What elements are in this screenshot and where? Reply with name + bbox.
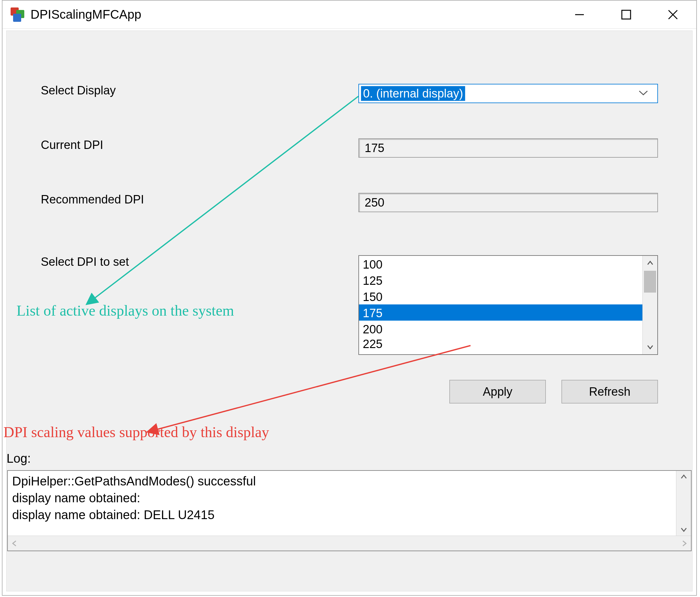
log-label: Log: xyxy=(6,452,31,465)
button-row: Apply Refresh xyxy=(449,380,658,404)
scroll-down-button[interactable] xyxy=(643,339,657,354)
chevron-down-icon xyxy=(639,90,648,97)
log-content[interactable]: DpiHelper::GetPathsAndModes() successful… xyxy=(8,471,676,535)
label-select-display: Select Display xyxy=(41,84,358,97)
chevron-up-icon xyxy=(680,473,688,481)
recommended-dpi-value: 250 xyxy=(365,196,384,209)
label-select-dpi-to-set: Select DPI to set xyxy=(41,255,358,269)
list-item[interactable]: 100 xyxy=(359,256,642,272)
chevron-down-icon xyxy=(646,343,654,351)
log-textbox[interactable]: DpiHelper::GetPathsAndModes() successful… xyxy=(7,470,692,551)
list-item[interactable]: 200 xyxy=(359,320,642,337)
list-item[interactable]: 225 xyxy=(359,337,642,349)
dpi-listbox[interactable]: 100 125 150 175 200 225 xyxy=(358,255,658,355)
minimize-icon xyxy=(573,8,586,21)
log-hscrollbar[interactable] xyxy=(8,535,691,551)
app-icon xyxy=(9,7,25,22)
svg-rect-1 xyxy=(622,10,630,19)
titlebar[interactable]: DPIScalingMFCApp xyxy=(2,1,696,29)
current-dpi-value: 175 xyxy=(365,141,384,155)
listbox-scrollbar[interactable] xyxy=(642,256,657,354)
close-button[interactable] xyxy=(650,1,696,29)
refresh-button[interactable]: Refresh xyxy=(561,380,658,404)
minimize-button[interactable] xyxy=(556,1,603,29)
row-recommended-dpi: Recommended DPI 250 xyxy=(41,193,658,212)
annotation-displays: List of active displays on the system xyxy=(17,302,234,319)
dpi-list-items: 100 125 150 175 200 225 xyxy=(359,256,642,354)
chevron-left-icon xyxy=(11,540,18,547)
svg-line-5 xyxy=(156,345,471,430)
current-dpi-field: 175 xyxy=(358,138,658,158)
label-current-dpi: Current DPI xyxy=(41,138,358,152)
window-title: DPIScalingMFCApp xyxy=(30,7,556,22)
close-icon xyxy=(667,8,679,21)
recommended-dpi-field: 250 xyxy=(358,193,658,212)
row-select-display: Select Display 0. (internal display) xyxy=(41,84,658,103)
client-area: Select Display 0. (internal display) Cur… xyxy=(6,30,693,591)
annotation-dpi-values: DPI scaling values supported by this dis… xyxy=(3,424,269,440)
chevron-right-icon xyxy=(680,540,688,547)
scroll-up-button[interactable] xyxy=(643,256,657,271)
app-window: DPIScalingMFCApp Select Display 0. (inte… xyxy=(2,0,697,596)
apply-button[interactable]: Apply xyxy=(449,380,546,404)
chevron-up-icon xyxy=(646,260,654,267)
list-item[interactable]: 125 xyxy=(359,272,642,288)
window-controls xyxy=(556,1,696,28)
display-dropdown-selected: 0. (internal display) xyxy=(361,86,465,101)
list-item[interactable]: 175 xyxy=(359,305,642,320)
chevron-down-icon xyxy=(680,526,688,533)
row-current-dpi: Current DPI 175 xyxy=(41,138,658,158)
display-dropdown[interactable]: 0. (internal display) xyxy=(358,84,658,103)
label-recommended-dpi: Recommended DPI xyxy=(41,193,358,206)
maximize-icon xyxy=(620,8,632,21)
scroll-thumb[interactable] xyxy=(644,271,656,292)
list-item[interactable]: 150 xyxy=(359,288,642,305)
scroll-track[interactable] xyxy=(643,271,657,339)
maximize-button[interactable] xyxy=(603,1,650,29)
log-vscrollbar[interactable] xyxy=(676,471,691,535)
